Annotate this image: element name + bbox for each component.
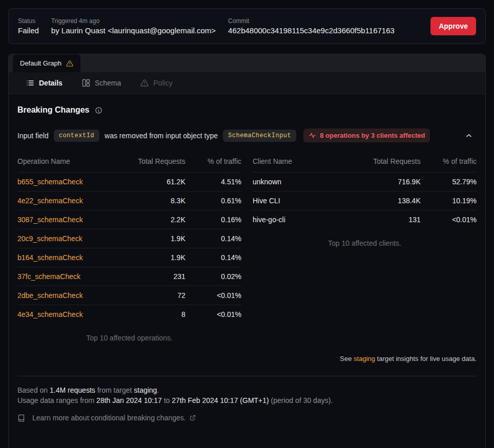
usage-text: (period of 30 days). bbox=[269, 396, 333, 404]
operation-requests: 2.2K bbox=[116, 210, 185, 229]
approve-button[interactable]: Approve bbox=[430, 17, 476, 35]
usage-text: Usage data ranges from bbox=[17, 396, 96, 404]
operation-requests: 72 bbox=[116, 286, 185, 305]
operation-traffic: <0.01% bbox=[186, 305, 241, 324]
triggered-group: Triggered 4m ago by Laurin Quast <laurin… bbox=[51, 17, 216, 35]
tab-details[interactable]: Details bbox=[26, 79, 63, 87]
operation-traffic: 0.61% bbox=[186, 191, 241, 210]
table-row: hive-go-cli 131 <0.01% bbox=[253, 210, 477, 229]
insights-prefix: See bbox=[340, 355, 354, 362]
client-requests: 716.9K bbox=[351, 173, 420, 191]
operation-link[interactable]: 2dbe_schemaCheck bbox=[17, 291, 83, 300]
tab-policy[interactable]: Policy bbox=[140, 79, 172, 87]
schema-check-panel: Default Graph Details Schema Policy bbox=[8, 54, 486, 448]
operation-requests: 8.3K bbox=[116, 191, 185, 210]
operations-col-requests: Total Requests bbox=[116, 153, 185, 173]
client-name: unknown bbox=[253, 173, 351, 191]
table-row: 20c9_schemaCheck 1.9K 0.14% bbox=[17, 229, 241, 248]
usage-text: Based on bbox=[17, 386, 50, 394]
client-name: Hive CLI bbox=[253, 191, 351, 210]
tab-details-label: Details bbox=[39, 79, 63, 87]
learn-more-link[interactable]: Learn more about conditional breaking ch… bbox=[32, 414, 196, 422]
tab-policy-label: Policy bbox=[153, 79, 172, 87]
clients-col-requests: Total Requests bbox=[351, 153, 420, 173]
client-traffic: 52.79% bbox=[421, 173, 477, 191]
operation-requests: 1.9K bbox=[116, 229, 185, 248]
schema-columns-icon bbox=[82, 79, 90, 87]
warning-triangle-icon bbox=[66, 60, 73, 67]
chevron-up-icon[interactable] bbox=[463, 130, 475, 141]
table-row: 4e34_schemaCheck 8 <0.01% bbox=[17, 305, 241, 324]
usage-summary: Based on 1.4M requests from target stagi… bbox=[17, 385, 477, 406]
table-row: 2dbe_schemaCheck 72 <0.01% bbox=[17, 286, 241, 305]
clients-table-wrap: Client Name Total Requests % of traffic … bbox=[253, 153, 477, 342]
operation-traffic: 0.14% bbox=[186, 229, 241, 248]
operations-table-wrap: Operation Name Total Requests % of traff… bbox=[17, 153, 241, 342]
footer-divider bbox=[17, 376, 477, 376]
clients-col-traffic: % of traffic bbox=[421, 153, 477, 173]
status-group: Status Failed bbox=[18, 17, 39, 35]
learn-more-row: Learn more about conditional breaking ch… bbox=[17, 414, 477, 422]
operation-requests: 1.9K bbox=[116, 248, 185, 267]
staging-target-link[interactable]: staging bbox=[354, 355, 375, 362]
operations-col-traffic: % of traffic bbox=[186, 153, 241, 173]
usage-request-count: 1.4M requests bbox=[50, 386, 95, 394]
type-code-chip: SchemaCheckInput bbox=[223, 130, 296, 142]
external-link-icon bbox=[190, 415, 196, 421]
operation-traffic: 0.16% bbox=[186, 210, 241, 229]
operation-traffic: 0.02% bbox=[186, 267, 241, 286]
clients-table: Client Name Total Requests % of traffic … bbox=[253, 153, 477, 229]
client-traffic: 10.19% bbox=[421, 191, 477, 210]
usage-target-name: staging bbox=[134, 386, 157, 394]
operations-table: Operation Name Total Requests % of traff… bbox=[17, 153, 241, 324]
status-label: Status bbox=[18, 17, 39, 25]
check-subtabs: Details Schema Policy bbox=[9, 72, 485, 94]
triggered-author: by Laurin Quast <laurinquast@googlemail.… bbox=[51, 26, 216, 35]
graph-tab-label: Default Graph bbox=[20, 59, 61, 67]
usage-range-end: 27th Feb 2024 10:17 (GMT+1) bbox=[172, 396, 269, 404]
operation-link[interactable]: 3087_schemaCheck bbox=[17, 216, 83, 224]
details-content: Breaking Changes Input field contextId w… bbox=[9, 105, 485, 422]
operation-traffic: <0.01% bbox=[186, 286, 241, 305]
breaking-changes-title: Breaking Changes bbox=[17, 105, 89, 115]
operation-requests: 231 bbox=[116, 267, 185, 286]
operation-requests: 8 bbox=[116, 305, 185, 324]
learn-more-label: Learn more about conditional breaking ch… bbox=[32, 414, 186, 422]
info-icon[interactable] bbox=[95, 106, 102, 114]
pulse-icon bbox=[308, 132, 316, 139]
usage-tables: Operation Name Total Requests % of traff… bbox=[17, 153, 477, 342]
operation-link[interactable]: b655_schemaCheck bbox=[17, 178, 83, 186]
change-middle: was removed from input object type bbox=[105, 132, 218, 140]
commit-label: Commit bbox=[228, 17, 395, 25]
field-code-chip: contextId bbox=[54, 130, 99, 142]
operation-requests: 61.2K bbox=[116, 173, 185, 191]
table-row: 37fc_schemaCheck 231 0.02% bbox=[17, 267, 241, 286]
status-value: Failed bbox=[18, 26, 39, 35]
operation-link[interactable]: 4e34_schemaCheck bbox=[17, 310, 83, 318]
operations-col-name: Operation Name bbox=[17, 153, 116, 173]
change-prefix: Input field bbox=[17, 132, 49, 140]
operation-link[interactable]: 20c9_schemaCheck bbox=[17, 234, 83, 243]
breaking-changes-header: Breaking Changes bbox=[17, 105, 477, 115]
usage-text: to bbox=[162, 396, 172, 404]
list-icon bbox=[26, 79, 34, 87]
tab-schema[interactable]: Schema bbox=[82, 79, 121, 87]
client-requests: 138.4K bbox=[351, 191, 420, 210]
operation-link[interactable]: b164_schemaCheck bbox=[17, 253, 83, 262]
operation-link[interactable]: 37fc_schemaCheck bbox=[17, 272, 80, 281]
table-row: Hive CLI 138.4K 10.19% bbox=[253, 191, 477, 210]
table-row: b655_schemaCheck 61.2K 4.51% bbox=[17, 173, 241, 191]
table-row: b164_schemaCheck 1.9K 0.14% bbox=[17, 248, 241, 267]
tab-default-graph[interactable]: Default Graph bbox=[13, 54, 80, 72]
breaking-change-item: Input field contextId was removed from i… bbox=[17, 129, 477, 142]
operation-traffic: 4.51% bbox=[186, 173, 241, 191]
book-icon bbox=[17, 414, 25, 422]
affected-usage-label: 8 operations by 3 clients affected bbox=[320, 132, 425, 139]
operation-link[interactable]: 4e22_schemaCheck bbox=[17, 197, 83, 205]
warning-triangle-icon bbox=[140, 79, 149, 87]
table-row: 3087_schemaCheck 2.2K 0.16% bbox=[17, 210, 241, 229]
graph-tabstrip: Default Graph bbox=[9, 54, 485, 72]
affected-usage-badge[interactable]: 8 operations by 3 clients affected bbox=[303, 129, 430, 142]
usage-text: . bbox=[157, 386, 159, 394]
operation-traffic: 0.14% bbox=[186, 248, 241, 267]
